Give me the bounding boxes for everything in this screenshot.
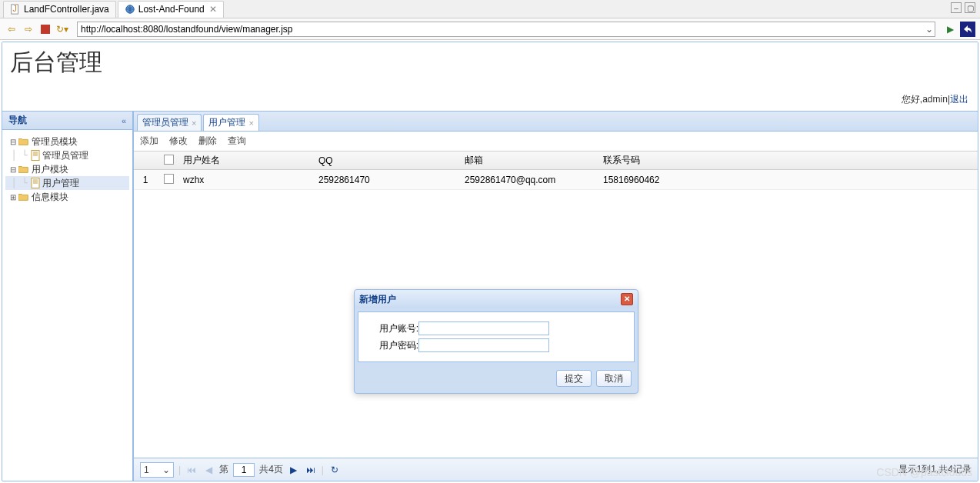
grid-toolbar: 添加 修改 删除 查询: [134, 132, 978, 152]
page-size-select[interactable]: 1 ⌄: [140, 462, 174, 478]
chevron-down-icon: ⌄: [162, 465, 170, 475]
collapse-icon[interactable]: «: [122, 116, 126, 125]
url-text: http://localhost:8080/lostandfound/view/…: [81, 24, 293, 35]
expand-icon[interactable]: ⊟: [8, 165, 18, 174]
svg-text:J: J: [13, 4, 17, 13]
first-page-icon[interactable]: ⏮: [185, 464, 198, 476]
query-button[interactable]: 查询: [228, 135, 246, 148]
close-icon[interactable]: ✕: [209, 4, 217, 15]
table-row[interactable]: 1 wzhx 2592861470 2592861470@qq.com 1581…: [134, 170, 978, 190]
delete-button[interactable]: 删除: [198, 135, 217, 148]
window-controls: – ▢: [951, 2, 975, 13]
minimize-icon[interactable]: –: [951, 2, 962, 13]
close-icon[interactable]: ×: [248, 118, 253, 128]
pagination-bar: 1 ⌄ | ⏮ ◀ 第 共4页 ▶ ⏭ | ↻ 显示1到1,共4记录: [134, 458, 978, 481]
account-label: 用户账号:: [369, 322, 418, 335]
edit-button[interactable]: 修改: [169, 135, 188, 148]
dialog-body: 用户账号: 用户密码:: [358, 311, 635, 362]
user-greeting: 您好,admin|退出: [902, 93, 968, 106]
ide-tab-browser[interactable]: Lost-And-Found ✕: [118, 1, 224, 18]
add-user-dialog: 新增用户 ✕ 用户账号: 用户密码: 提交 取消: [354, 289, 638, 394]
next-page-icon[interactable]: ▶: [288, 464, 300, 476]
tab-user-manage[interactable]: 用户管理×: [203, 114, 258, 131]
page-input[interactable]: [233, 463, 255, 477]
forward-icon[interactable]: ⇨: [22, 22, 35, 36]
col-mail[interactable]: 邮箱: [465, 154, 603, 167]
sidebar: 导航 « ⊟ 管理员模块 │ └ 管理员管理: [2, 112, 133, 481]
chevron-down-icon[interactable]: ⌄: [925, 24, 933, 35]
folder-open-icon: [18, 164, 30, 175]
pager-info: 显示1到1,共4记录: [898, 463, 972, 476]
cancel-button[interactable]: 取消: [596, 370, 632, 387]
folder-open-icon: [18, 136, 30, 147]
folder-icon: [18, 192, 30, 202]
tab-admin-manage[interactable]: 管理员管理×: [137, 114, 202, 131]
password-input[interactable]: [418, 338, 549, 352]
external-browser-icon[interactable]: [960, 22, 975, 37]
password-label: 用户密码:: [369, 339, 418, 352]
refresh-icon[interactable]: ↻▾: [55, 22, 69, 36]
logout-link[interactable]: 退出: [950, 94, 968, 105]
document-icon: [30, 150, 41, 161]
page-header: 后台管理 您好,admin|退出: [2, 42, 978, 112]
col-qq[interactable]: QQ: [318, 155, 465, 166]
maximize-icon[interactable]: ▢: [965, 2, 975, 13]
tree-node-user-manage[interactable]: │ └ 用户管理: [5, 176, 129, 190]
back-icon[interactable]: ⇦: [5, 22, 18, 36]
prev-page-icon[interactable]: ◀: [202, 464, 215, 476]
url-input[interactable]: http://localhost:8080/lostandfound/view/…: [77, 22, 935, 37]
close-icon[interactable]: ×: [192, 118, 196, 128]
collapse-icon[interactable]: ⊞: [8, 193, 18, 202]
dialog-title: 新增用户: [359, 293, 396, 306]
row-checkbox[interactable]: [164, 174, 174, 184]
expand-icon[interactable]: ⊟: [8, 138, 18, 146]
add-button[interactable]: 添加: [140, 135, 158, 148]
java-file-icon: J: [10, 4, 21, 15]
document-icon: [30, 178, 41, 188]
grid-header: 用户姓名 QQ 邮箱 联系号码: [134, 152, 978, 170]
tree-node-info-module[interactable]: ⊞ 信息模块: [5, 190, 129, 204]
reload-icon[interactable]: ↻: [328, 464, 341, 476]
select-all-checkbox[interactable]: [164, 155, 174, 165]
stop-icon[interactable]: [38, 22, 52, 36]
tree-node-admin-module[interactable]: ⊟ 管理员模块: [5, 135, 129, 148]
ide-tab-label: LandFController.java: [24, 4, 109, 15]
close-icon[interactable]: ✕: [621, 293, 633, 305]
content-tabs: 管理员管理× 用户管理×: [134, 112, 978, 132]
col-name[interactable]: 用户姓名: [180, 154, 318, 167]
ide-tab-java[interactable]: J LandFController.java: [3, 1, 116, 18]
globe-icon: [125, 4, 135, 15]
ide-tab-bar: J LandFController.java Lost-And-Found ✕ …: [0, 0, 980, 18]
browser-toolbar: ⇦ ⇨ ↻▾ http://localhost:8080/lostandfoun…: [0, 18, 980, 40]
ide-tab-label: Lost-And-Found: [138, 4, 205, 15]
tree-node-user-module[interactable]: ⊟ 用户模块: [5, 162, 129, 176]
col-phone[interactable]: 联系号码: [603, 154, 978, 167]
nav-tree: ⊟ 管理员模块 │ └ 管理员管理 ⊟: [2, 130, 132, 208]
submit-button[interactable]: 提交: [556, 370, 592, 387]
sidebar-header: 导航 «: [2, 112, 132, 130]
page-title: 后台管理: [10, 47, 970, 78]
tree-node-admin-manage[interactable]: │ └ 管理员管理: [5, 148, 129, 162]
account-input[interactable]: [418, 321, 549, 335]
go-icon[interactable]: ▶: [943, 22, 957, 36]
sidebar-title: 导航: [8, 114, 27, 127]
last-page-icon[interactable]: ⏭: [305, 464, 317, 476]
dialog-header[interactable]: 新增用户 ✕: [355, 290, 638, 308]
